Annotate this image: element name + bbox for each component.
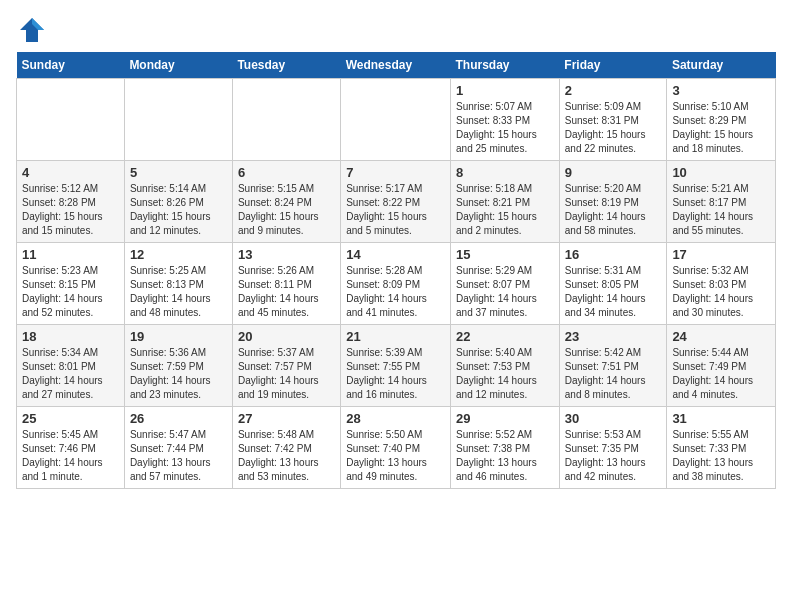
calendar-cell: 5Sunrise: 5:14 AM Sunset: 8:26 PM Daylig… <box>124 161 232 243</box>
cell-info: Sunrise: 5:37 AM Sunset: 7:57 PM Dayligh… <box>238 346 335 402</box>
day-number: 31 <box>672 411 770 426</box>
calendar-cell: 29Sunrise: 5:52 AM Sunset: 7:38 PM Dayli… <box>451 407 560 489</box>
dow-header: Wednesday <box>341 52 451 79</box>
cell-info: Sunrise: 5:52 AM Sunset: 7:38 PM Dayligh… <box>456 428 554 484</box>
calendar-cell: 21Sunrise: 5:39 AM Sunset: 7:55 PM Dayli… <box>341 325 451 407</box>
calendar-cell: 20Sunrise: 5:37 AM Sunset: 7:57 PM Dayli… <box>232 325 340 407</box>
cell-info: Sunrise: 5:26 AM Sunset: 8:11 PM Dayligh… <box>238 264 335 320</box>
cell-info: Sunrise: 5:44 AM Sunset: 7:49 PM Dayligh… <box>672 346 770 402</box>
calendar-cell: 28Sunrise: 5:50 AM Sunset: 7:40 PM Dayli… <box>341 407 451 489</box>
calendar-cell: 4Sunrise: 5:12 AM Sunset: 8:28 PM Daylig… <box>17 161 125 243</box>
cell-info: Sunrise: 5:23 AM Sunset: 8:15 PM Dayligh… <box>22 264 119 320</box>
day-number: 27 <box>238 411 335 426</box>
day-number: 24 <box>672 329 770 344</box>
calendar-week: 4Sunrise: 5:12 AM Sunset: 8:28 PM Daylig… <box>17 161 776 243</box>
calendar-cell: 14Sunrise: 5:28 AM Sunset: 8:09 PM Dayli… <box>341 243 451 325</box>
cell-info: Sunrise: 5:36 AM Sunset: 7:59 PM Dayligh… <box>130 346 227 402</box>
calendar-cell <box>232 79 340 161</box>
dow-header: Saturday <box>667 52 776 79</box>
day-number: 30 <box>565 411 662 426</box>
day-number: 8 <box>456 165 554 180</box>
day-number: 6 <box>238 165 335 180</box>
calendar-cell: 24Sunrise: 5:44 AM Sunset: 7:49 PM Dayli… <box>667 325 776 407</box>
day-number: 17 <box>672 247 770 262</box>
calendar-cell: 17Sunrise: 5:32 AM Sunset: 8:03 PM Dayli… <box>667 243 776 325</box>
cell-info: Sunrise: 5:39 AM Sunset: 7:55 PM Dayligh… <box>346 346 445 402</box>
calendar-cell: 22Sunrise: 5:40 AM Sunset: 7:53 PM Dayli… <box>451 325 560 407</box>
calendar-cell: 19Sunrise: 5:36 AM Sunset: 7:59 PM Dayli… <box>124 325 232 407</box>
calendar-cell: 8Sunrise: 5:18 AM Sunset: 8:21 PM Daylig… <box>451 161 560 243</box>
day-number: 23 <box>565 329 662 344</box>
calendar-week: 25Sunrise: 5:45 AM Sunset: 7:46 PM Dayli… <box>17 407 776 489</box>
calendar-cell: 16Sunrise: 5:31 AM Sunset: 8:05 PM Dayli… <box>559 243 667 325</box>
cell-info: Sunrise: 5:34 AM Sunset: 8:01 PM Dayligh… <box>22 346 119 402</box>
cell-info: Sunrise: 5:31 AM Sunset: 8:05 PM Dayligh… <box>565 264 662 320</box>
dow-header: Thursday <box>451 52 560 79</box>
calendar-cell: 10Sunrise: 5:21 AM Sunset: 8:17 PM Dayli… <box>667 161 776 243</box>
day-number: 18 <box>22 329 119 344</box>
day-number: 22 <box>456 329 554 344</box>
day-number: 29 <box>456 411 554 426</box>
cell-info: Sunrise: 5:28 AM Sunset: 8:09 PM Dayligh… <box>346 264 445 320</box>
calendar-cell: 30Sunrise: 5:53 AM Sunset: 7:35 PM Dayli… <box>559 407 667 489</box>
calendar-cell: 6Sunrise: 5:15 AM Sunset: 8:24 PM Daylig… <box>232 161 340 243</box>
cell-info: Sunrise: 5:17 AM Sunset: 8:22 PM Dayligh… <box>346 182 445 238</box>
cell-info: Sunrise: 5:15 AM Sunset: 8:24 PM Dayligh… <box>238 182 335 238</box>
cell-info: Sunrise: 5:18 AM Sunset: 8:21 PM Dayligh… <box>456 182 554 238</box>
day-number: 1 <box>456 83 554 98</box>
day-number: 3 <box>672 83 770 98</box>
calendar-cell <box>17 79 125 161</box>
cell-info: Sunrise: 5:25 AM Sunset: 8:13 PM Dayligh… <box>130 264 227 320</box>
calendar-cell: 26Sunrise: 5:47 AM Sunset: 7:44 PM Dayli… <box>124 407 232 489</box>
day-number: 26 <box>130 411 227 426</box>
day-number: 12 <box>130 247 227 262</box>
calendar-table: SundayMondayTuesdayWednesdayThursdayFrid… <box>16 52 776 489</box>
cell-info: Sunrise: 5:50 AM Sunset: 7:40 PM Dayligh… <box>346 428 445 484</box>
day-number: 5 <box>130 165 227 180</box>
day-number: 15 <box>456 247 554 262</box>
logo <box>16 16 46 44</box>
cell-info: Sunrise: 5:20 AM Sunset: 8:19 PM Dayligh… <box>565 182 662 238</box>
calendar-cell: 23Sunrise: 5:42 AM Sunset: 7:51 PM Dayli… <box>559 325 667 407</box>
calendar-cell: 31Sunrise: 5:55 AM Sunset: 7:33 PM Dayli… <box>667 407 776 489</box>
day-number: 20 <box>238 329 335 344</box>
day-number: 9 <box>565 165 662 180</box>
calendar-week: 18Sunrise: 5:34 AM Sunset: 8:01 PM Dayli… <box>17 325 776 407</box>
calendar-cell: 11Sunrise: 5:23 AM Sunset: 8:15 PM Dayli… <box>17 243 125 325</box>
cell-info: Sunrise: 5:55 AM Sunset: 7:33 PM Dayligh… <box>672 428 770 484</box>
cell-info: Sunrise: 5:09 AM Sunset: 8:31 PM Dayligh… <box>565 100 662 156</box>
day-number: 14 <box>346 247 445 262</box>
cell-info: Sunrise: 5:21 AM Sunset: 8:17 PM Dayligh… <box>672 182 770 238</box>
day-number: 25 <box>22 411 119 426</box>
day-number: 28 <box>346 411 445 426</box>
day-number: 7 <box>346 165 445 180</box>
day-number: 21 <box>346 329 445 344</box>
calendar-cell <box>124 79 232 161</box>
calendar-week: 1Sunrise: 5:07 AM Sunset: 8:33 PM Daylig… <box>17 79 776 161</box>
day-number: 2 <box>565 83 662 98</box>
cell-info: Sunrise: 5:07 AM Sunset: 8:33 PM Dayligh… <box>456 100 554 156</box>
calendar-cell: 18Sunrise: 5:34 AM Sunset: 8:01 PM Dayli… <box>17 325 125 407</box>
day-number: 13 <box>238 247 335 262</box>
day-number: 19 <box>130 329 227 344</box>
cell-info: Sunrise: 5:40 AM Sunset: 7:53 PM Dayligh… <box>456 346 554 402</box>
cell-info: Sunrise: 5:45 AM Sunset: 7:46 PM Dayligh… <box>22 428 119 484</box>
dow-header: Monday <box>124 52 232 79</box>
dow-header: Tuesday <box>232 52 340 79</box>
cell-info: Sunrise: 5:53 AM Sunset: 7:35 PM Dayligh… <box>565 428 662 484</box>
day-number: 11 <box>22 247 119 262</box>
calendar-week: 11Sunrise: 5:23 AM Sunset: 8:15 PM Dayli… <box>17 243 776 325</box>
day-number: 16 <box>565 247 662 262</box>
cell-info: Sunrise: 5:48 AM Sunset: 7:42 PM Dayligh… <box>238 428 335 484</box>
calendar-cell: 25Sunrise: 5:45 AM Sunset: 7:46 PM Dayli… <box>17 407 125 489</box>
cell-info: Sunrise: 5:12 AM Sunset: 8:28 PM Dayligh… <box>22 182 119 238</box>
calendar-cell: 9Sunrise: 5:20 AM Sunset: 8:19 PM Daylig… <box>559 161 667 243</box>
cell-info: Sunrise: 5:29 AM Sunset: 8:07 PM Dayligh… <box>456 264 554 320</box>
cell-info: Sunrise: 5:42 AM Sunset: 7:51 PM Dayligh… <box>565 346 662 402</box>
days-of-week-row: SundayMondayTuesdayWednesdayThursdayFrid… <box>17 52 776 79</box>
calendar-cell: 7Sunrise: 5:17 AM Sunset: 8:22 PM Daylig… <box>341 161 451 243</box>
calendar-cell: 15Sunrise: 5:29 AM Sunset: 8:07 PM Dayli… <box>451 243 560 325</box>
calendar-cell <box>341 79 451 161</box>
calendar-cell: 27Sunrise: 5:48 AM Sunset: 7:42 PM Dayli… <box>232 407 340 489</box>
cell-info: Sunrise: 5:10 AM Sunset: 8:29 PM Dayligh… <box>672 100 770 156</box>
